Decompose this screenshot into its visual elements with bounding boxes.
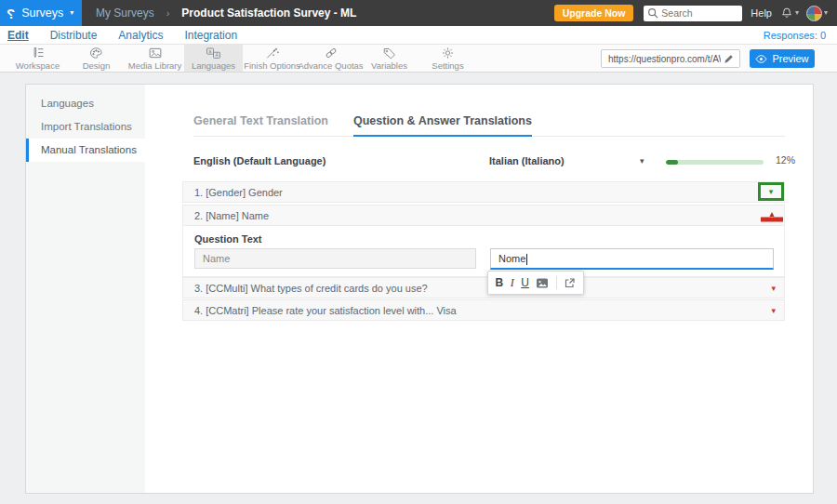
upgrade-now-button[interactable]: Upgrade Now xyxy=(554,5,634,21)
advance-quotas-chain-icon xyxy=(324,46,339,60)
questionpro-logo-icon: ? xyxy=(7,6,15,21)
annotation-highlight-box: ▾ xyxy=(758,182,784,201)
translation-text-value: Nome xyxy=(498,253,525,264)
chevron-down-icon: ▾ xyxy=(795,9,799,17)
translation-tabs: General Text Translation Question & Answ… xyxy=(193,114,785,137)
sidebar-item-import-translations[interactable]: Import Translations xyxy=(26,115,145,139)
format-toolbar: B I U xyxy=(487,271,584,295)
design-palette-icon xyxy=(89,46,103,60)
edit-url-pencil-icon[interactable] xyxy=(724,54,739,64)
ribbon-design[interactable]: Design xyxy=(67,45,126,72)
account-menu[interactable]: ▾ xyxy=(806,6,828,21)
sidebar-item-languages[interactable]: Languages xyxy=(26,92,145,115)
translation-progress-bar xyxy=(666,160,764,165)
tab-general-text-translation[interactable]: General Text Translation xyxy=(193,114,328,136)
question-row-name[interactable]: 2. [Name] Name ▴ xyxy=(182,205,785,226)
finish-options-wand-icon xyxy=(265,46,279,60)
chevron-down-icon[interactable]: ▾ xyxy=(640,156,644,166)
eye-icon xyxy=(755,55,767,63)
avatar xyxy=(806,6,822,21)
text-cursor xyxy=(526,254,527,265)
preview-button[interactable]: Preview xyxy=(750,49,815,68)
global-search[interactable] xyxy=(644,6,742,21)
question-editor-panel: Question Text Name Nome xyxy=(182,226,785,277)
search-icon xyxy=(647,7,658,19)
question-list: 1. [Gender] Gender ▾ 2. [Name] Name ▴ Qu… xyxy=(182,181,785,423)
collapse-marker[interactable]: ▴ xyxy=(761,209,783,221)
top-bar: ? Surveys ▾ My Surveys › Product Satisfa… xyxy=(0,0,837,26)
notifications-menu[interactable]: ▾ xyxy=(780,7,799,20)
ribbon-settings[interactable]: Settings xyxy=(418,45,477,72)
svg-text:A: A xyxy=(215,52,219,58)
italic-button[interactable]: I xyxy=(511,276,514,290)
toolbar-divider xyxy=(556,276,557,289)
survey-url-input[interactable] xyxy=(602,54,724,64)
collapse-caret-icon: ▴ xyxy=(769,209,774,216)
insert-link-button[interactable] xyxy=(564,277,576,289)
ribbon-languages[interactable]: a A Languages xyxy=(184,45,243,72)
question-row-label: 4. [CCMatri] Please rate your satisfacti… xyxy=(194,305,457,316)
translations-sidebar: Languages Import Translations Manual Tra… xyxy=(26,85,145,493)
source-language-label: English (Default Language) xyxy=(193,155,326,166)
translation-progress-percent: 12% xyxy=(776,154,795,166)
breadcrumb-my-surveys[interactable]: My Surveys xyxy=(96,7,154,20)
image-icon xyxy=(536,277,549,289)
language-row: English (Default Language) Italian (Ital… xyxy=(193,152,785,172)
nav-integration[interactable]: Integration xyxy=(184,29,237,42)
question-row-ccmatri[interactable]: 4. [CCMatri] Please rate your satisfacti… xyxy=(182,299,785,321)
question-row-label: 3. [CCMulti] What types of credit cards … xyxy=(194,283,428,294)
workspace-icon xyxy=(31,46,46,60)
edit-ribbon: Workspace Design Media Library a xyxy=(0,45,837,73)
expand-caret-icon[interactable]: ▾ xyxy=(769,188,774,196)
expand-caret-icon[interactable]: ▾ xyxy=(771,284,776,292)
svg-text:a: a xyxy=(208,48,211,54)
ribbon-advance-quotas[interactable]: Advance Quotas xyxy=(301,45,360,72)
bold-button[interactable]: B xyxy=(496,276,504,289)
nav-analytics[interactable]: Analytics xyxy=(118,29,163,42)
ribbon-workspace[interactable]: Workspace xyxy=(8,45,67,72)
external-link-icon xyxy=(564,277,576,289)
insert-image-button[interactable] xyxy=(536,277,549,289)
translations-card: Languages Import Translations Manual Tra… xyxy=(25,84,814,494)
underline-button[interactable]: U xyxy=(521,276,529,289)
question-text-label: Question Text xyxy=(194,233,262,245)
question-row-label: 1. [Gender] Gender xyxy=(194,187,283,198)
questionpro-app: ? Surveys ▾ My Surveys › Product Satisfa… xyxy=(0,0,837,504)
sidebar-item-manual-translations[interactable]: Manual Translations xyxy=(26,139,145,162)
bell-icon xyxy=(780,7,793,20)
breadcrumb-separator: › xyxy=(166,7,170,19)
product-switcher-label: Surveys xyxy=(21,7,63,20)
ribbon-media-library[interactable]: Media Library xyxy=(126,45,184,72)
page-title: Product Satisfaction Survey - ML xyxy=(181,7,356,20)
media-library-icon xyxy=(148,46,163,60)
translation-text-field[interactable]: Nome xyxy=(490,248,774,270)
annotation-red-bar xyxy=(761,217,783,221)
nav-distribute[interactable]: Distribute xyxy=(50,29,98,42)
source-text-field: Name xyxy=(194,248,476,269)
ribbon-finish-options[interactable]: Finish Options xyxy=(243,45,301,72)
variables-tag-icon xyxy=(382,46,396,60)
target-language-select[interactable]: Italian (Italiano) xyxy=(489,155,565,166)
translations-content: General Text Translation Question & Answ… xyxy=(145,85,813,493)
nav-edit[interactable]: Edit xyxy=(7,29,29,42)
tab-question-answer-translations[interactable]: Question & Answer Translations xyxy=(353,114,532,137)
chevron-down-icon: ▾ xyxy=(824,9,828,17)
settings-gear-icon xyxy=(441,46,455,60)
expand-caret-icon[interactable]: ▾ xyxy=(771,306,776,314)
languages-icon: a A xyxy=(206,46,221,60)
responses-count[interactable]: Responses: 0 xyxy=(764,30,826,41)
survey-nav: Edit Distribute Analytics Integration Re… xyxy=(0,26,837,45)
translation-progress-fill xyxy=(666,160,678,165)
help-link[interactable]: Help xyxy=(751,7,772,19)
survey-url-box[interactable] xyxy=(601,49,740,68)
question-row-gender[interactable]: 1. [Gender] Gender ▾ xyxy=(182,181,785,203)
search-input[interactable] xyxy=(661,7,738,19)
question-row-label: 2. [Name] Name xyxy=(194,210,269,221)
ribbon-variables[interactable]: Variables xyxy=(360,45,418,72)
product-switcher[interactable]: ? Surveys ▾ xyxy=(0,0,82,26)
chevron-down-icon: ▾ xyxy=(70,9,73,17)
question-row-ccmulti[interactable]: 3. [CCMulti] What types of credit cards … xyxy=(182,277,785,298)
